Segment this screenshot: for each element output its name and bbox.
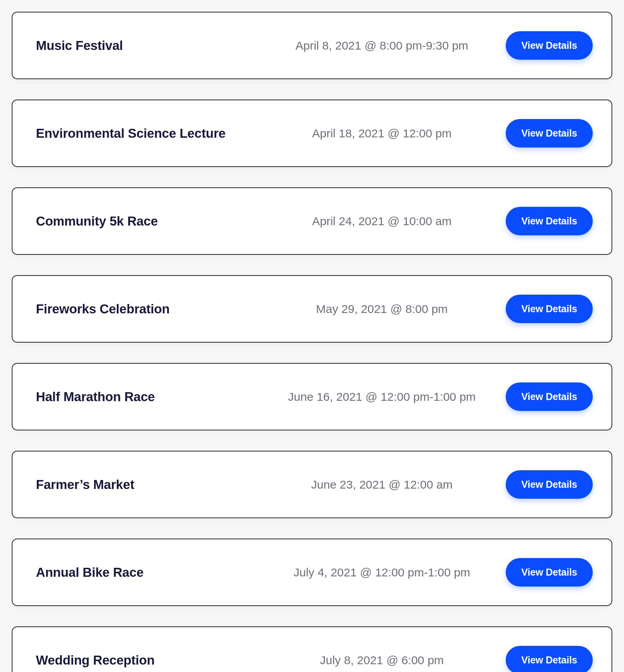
event-card: Environmental Science Lecture April 18, … [12, 100, 612, 167]
event-title: Fireworks Celebration [36, 302, 270, 316]
view-details-button[interactable]: View Details [506, 382, 593, 411]
event-date: May 29, 2021 @ 8:00 pm [270, 302, 494, 316]
event-action: View Details [506, 207, 593, 235]
event-action: View Details [506, 470, 593, 499]
event-title: Half Marathon Race [36, 389, 270, 404]
event-date: July 4, 2021 @ 12:00 pm-1:00 pm [270, 566, 494, 579]
event-title: Environmental Science Lecture [36, 126, 270, 141]
event-card: Fireworks Celebration May 29, 2021 @ 8:0… [12, 275, 612, 343]
view-details-button[interactable]: View Details [506, 646, 593, 672]
event-card: Annual Bike Race July 4, 2021 @ 12:00 pm… [12, 539, 612, 606]
view-details-button[interactable]: View Details [506, 470, 593, 499]
view-details-button[interactable]: View Details [506, 31, 593, 60]
event-card: Half Marathon Race June 16, 2021 @ 12:00… [12, 363, 612, 430]
event-date: April 18, 2021 @ 12:00 pm [270, 127, 494, 140]
event-title: Community 5k Race [36, 214, 270, 229]
event-action: View Details [506, 119, 593, 148]
event-date: April 8, 2021 @ 8:00 pm-9:30 pm [270, 39, 494, 52]
event-action: View Details [506, 646, 593, 672]
event-title: Wedding Reception [36, 653, 270, 668]
event-date: July 8, 2021 @ 6:00 pm [270, 654, 494, 667]
view-details-button[interactable]: View Details [506, 295, 593, 323]
event-date: April 24, 2021 @ 10:00 am [270, 215, 494, 228]
event-title: Music Festival [36, 38, 270, 53]
view-details-button[interactable]: View Details [506, 119, 593, 148]
event-card: Music Festival April 8, 2021 @ 8:00 pm-9… [12, 12, 612, 79]
view-details-button[interactable]: View Details [506, 207, 593, 235]
event-action: View Details [506, 558, 593, 587]
event-action: View Details [506, 31, 593, 60]
event-card: Community 5k Race April 24, 2021 @ 10:00… [12, 187, 612, 255]
event-card: Farmer’s Market June 23, 2021 @ 12:00 am… [12, 451, 612, 518]
event-date: June 23, 2021 @ 12:00 am [270, 478, 494, 491]
view-details-button[interactable]: View Details [506, 558, 593, 587]
event-card: Wedding Reception July 8, 2021 @ 6:00 pm… [12, 626, 612, 672]
event-action: View Details [506, 295, 593, 323]
event-title: Farmer’s Market [36, 477, 270, 492]
event-title: Annual Bike Race [36, 565, 270, 580]
event-date: June 16, 2021 @ 12:00 pm-1:00 pm [270, 390, 494, 404]
event-action: View Details [506, 382, 593, 411]
